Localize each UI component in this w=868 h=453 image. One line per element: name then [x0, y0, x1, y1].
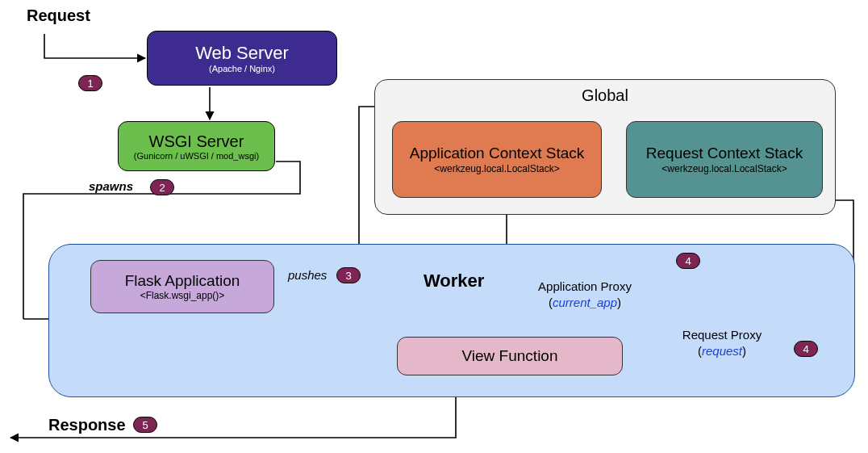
req-context-title: Request Context Stack — [646, 145, 803, 163]
badge-1: 1 — [78, 75, 102, 91]
app-context-title: Application Context Stack — [410, 145, 585, 163]
request-label: Request — [27, 6, 90, 25]
response-label: Response — [48, 416, 126, 434]
req-context-sub: <werkzeug.local.LocalStack> — [661, 163, 787, 174]
flask-app-title: Flask Application — [125, 272, 240, 290]
flask-app-box: Flask Application <Flask.wsgi_app()> — [90, 260, 274, 313]
web-server-box: Web Server (Apache / Nginx) — [147, 31, 337, 86]
app-proxy-line1: Application Proxy — [516, 279, 653, 295]
badge-3: 3 — [336, 267, 361, 283]
badge-5: 5 — [133, 417, 157, 433]
req-context-stack-box: Request Context Stack <werkzeug.local.Lo… — [626, 121, 823, 198]
wsgi-server-box: WSGI Server (Gunicorn / uWSGI / mod_wsgi… — [118, 121, 275, 171]
web-server-sub: (Apache / Nginx) — [209, 64, 275, 73]
wsgi-server-title: WSGI Server — [149, 132, 244, 151]
view-function-box: View Function — [397, 337, 623, 375]
flask-app-sub: <Flask.wsgi_app()> — [140, 290, 225, 301]
badge-2: 2 — [150, 179, 174, 195]
app-proxy-line2: current_app — [553, 296, 617, 309]
badge-4b: 4 — [794, 341, 818, 357]
app-context-stack-box: Application Context Stack <werkzeug.loca… — [392, 121, 602, 198]
worker-title: Worker — [424, 271, 484, 292]
req-proxy-line2: request — [702, 344, 742, 358]
view-function-title: View Function — [462, 347, 558, 365]
badge-4a: 4 — [676, 253, 700, 269]
pushes-label: pushes — [288, 268, 327, 282]
web-server-title: Web Server — [195, 43, 289, 64]
wsgi-server-sub: (Gunicorn / uWSGI / mod_wsgi) — [134, 151, 259, 161]
global-title: Global — [375, 86, 835, 105]
app-context-sub: <werkzeug.local.LocalStack> — [434, 163, 559, 174]
app-proxy-label: Application Proxy (current_app) — [516, 279, 653, 310]
req-proxy-line1: Request Proxy — [661, 327, 782, 343]
req-proxy-label: Request Proxy (request) — [661, 327, 782, 359]
spawns-label: spawns — [89, 179, 133, 193]
